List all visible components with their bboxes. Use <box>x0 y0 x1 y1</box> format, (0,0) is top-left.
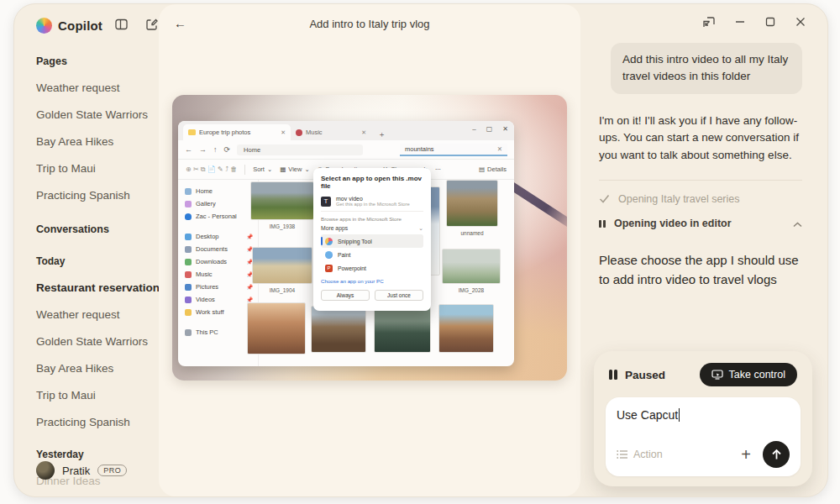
pro-badge: PRO <box>97 465 127 476</box>
app-option-snipping-tool[interactable]: Snipping Tool <box>321 234 423 248</box>
pages-header: Pages <box>36 55 159 67</box>
conversations-header: Conversations <box>36 223 159 235</box>
app-option-powerpoint[interactable]: P Powerpoint <box>321 261 423 275</box>
explorer-item-gallery[interactable]: Gallery <box>185 197 258 210</box>
chat-panel: Add this intro video to all my Italy tra… <box>580 4 827 496</box>
sidebar-item-weather-request[interactable]: Weather request <box>36 81 159 94</box>
sidebar-item-practicing-spanish[interactable]: Practicing Spanish <box>36 189 159 202</box>
nav-forward-icon[interactable]: → <box>199 145 207 154</box>
step-opening-italy-travel-series: Opening Italy travel series <box>599 192 802 207</box>
paused-status-row: Paused Take control <box>606 363 801 386</box>
sidebar-item-golden-state-warriors-2[interactable]: Golden State Warriors <box>36 335 159 348</box>
photo-thumbnail[interactable] <box>252 247 312 284</box>
paused-label: Paused <box>625 369 665 381</box>
choose-app-on-pc-link[interactable]: Choose an app on your PC <box>321 278 423 284</box>
browse-store-link[interactable]: Browse apps in the Microsoft Store <box>321 216 423 222</box>
nav-refresh-icon[interactable]: ⟳ <box>224 145 231 154</box>
nav-back-icon[interactable]: ← <box>185 145 192 154</box>
explorer-item-desktop[interactable]: Desktop📌 <box>185 230 258 243</box>
explorer-nav-bar: ← → ↑ ⟳ Home mountains ✕ <box>178 140 514 160</box>
input-text: Use Capcut <box>617 408 678 422</box>
explorer-tab-bar: Europe trip photos ✕ Music ✕ ＋ – ▢ ✕ <box>178 121 514 140</box>
pause-icon <box>599 220 606 228</box>
explorer-item-pictures[interactable]: Pictures📌 <box>185 281 258 293</box>
photo-thumbnail[interactable] <box>374 306 431 353</box>
mov-video-app-icon: T <box>321 197 331 207</box>
just-once-button[interactable]: Just once <box>375 290 423 301</box>
avatar <box>36 461 55 480</box>
user-message-bubble: Add this intro video to all my Italy tra… <box>611 43 802 94</box>
explorer-item-onedrive[interactable]: Zac - Personal <box>185 210 258 223</box>
app-name: Copilot <box>58 18 102 33</box>
photo-thumbnail[interactable] <box>442 249 501 284</box>
explorer-tab-music[interactable]: Music ✕ <box>291 124 371 140</box>
address-bar[interactable]: Home <box>237 144 363 155</box>
action-menu-button[interactable]: Action <box>617 449 663 460</box>
dialog-title: Select an app to open this .mov file <box>321 175 423 190</box>
pause-icon <box>609 370 617 380</box>
new-tab-icon[interactable]: ＋ <box>378 129 386 140</box>
desktop-screenshot[interactable]: Europe trip photos ✕ Music ✕ ＋ – ▢ ✕ <box>172 95 567 381</box>
clear-search-icon[interactable]: ✕ <box>497 145 502 153</box>
sidebar-toggle-icon[interactable] <box>115 18 128 30</box>
assistant-question: Please choose the app I should use to ad… <box>599 251 802 289</box>
sort-button[interactable]: Sort ⌄ <box>253 165 272 173</box>
tab-close-icon[interactable]: ✕ <box>281 129 286 136</box>
explorer-minimize-icon[interactable]: – <box>472 125 475 133</box>
explorer-maximize-icon[interactable]: ▢ <box>486 125 493 133</box>
text-caret <box>679 408 680 422</box>
main-panel: ← Add intro to Italy trip vlog Europe tr… <box>159 4 580 496</box>
user-profile[interactable]: Pratik PRO <box>36 461 127 480</box>
attach-plus-button[interactable]: + <box>741 446 751 463</box>
chevron-up-icon[interactable] <box>793 216 802 231</box>
send-button[interactable] <box>763 441 790 468</box>
photo-thumbnail[interactable] <box>247 302 306 354</box>
page-title: Add intro to Italy trip vlog <box>159 18 580 30</box>
sidebar-item-weather-request-2[interactable]: Weather request <box>36 308 159 321</box>
photo-thumbnail[interactable] <box>446 180 498 227</box>
user-name: Pratik <box>62 465 90 477</box>
more-toolbar-icon[interactable]: ⋯ <box>435 165 442 173</box>
message-input[interactable]: Use Capcut Action + <box>606 397 801 476</box>
file-action-icons[interactable]: ⊕ ✂ ⧉ 📄 ✎ ⤴ 🗑 <box>186 165 237 174</box>
sidebar-item-golden-state-warriors[interactable]: Golden State Warriors <box>36 108 159 121</box>
details-button[interactable]: ▤ Details <box>479 165 507 173</box>
more-apps-toggle[interactable]: More apps ⌄ <box>321 225 423 232</box>
assistant-message: I'm on it! I'll ask you if I have any fo… <box>599 113 802 165</box>
copilot-logo-icon <box>36 18 52 34</box>
explorer-item-documents[interactable]: Documents📌 <box>185 243 258 255</box>
photo-thumbnail[interactable] <box>311 306 366 353</box>
copilot-app-window: Copilot Pages Weather request Golden Sta… <box>13 3 828 497</box>
sidebar-item-restaurant-reservation[interactable]: Restaurant reservation <box>36 281 159 294</box>
yesterday-header: Yesterday <box>36 449 159 460</box>
today-header: Today <box>36 255 159 267</box>
photo-thumbnail[interactable] <box>438 304 494 353</box>
paint-icon <box>325 251 333 259</box>
view-button[interactable]: ▦ View ⌄ <box>280 165 310 173</box>
new-chat-icon[interactable] <box>146 18 158 30</box>
sidebar-item-trip-to-maui-2[interactable]: Trip to Maui <box>36 389 159 402</box>
sidebar-item-bay-area-hikes[interactable]: Bay Area Hikes <box>36 135 159 148</box>
explorer-item-downloads[interactable]: Downloads📌 <box>185 255 258 268</box>
sidebar-item-practicing-spanish-2[interactable]: Practicing Spanish <box>36 416 159 428</box>
photo-thumbnail[interactable] <box>250 181 314 220</box>
suggested-app-row[interactable]: T mov video Get this app in the Microsof… <box>321 196 423 207</box>
powerpoint-icon: P <box>325 265 333 272</box>
take-control-button[interactable]: Take control <box>700 363 797 386</box>
file-explorer-window: Europe trip photos ✕ Music ✕ ＋ – ▢ ✕ <box>178 121 514 366</box>
app-option-paint[interactable]: Paint <box>321 248 423 261</box>
music-app-icon <box>296 129 302 136</box>
explorer-tab-europe-trip-photos[interactable]: Europe trip photos ✕ <box>183 124 291 140</box>
paused-input-card: Paused Take control Use Capcut Action + <box>594 351 812 486</box>
explorer-item-home[interactable]: Home <box>185 185 258 197</box>
check-icon <box>599 192 610 207</box>
sidebar-item-bay-area-hikes-2[interactable]: Bay Area Hikes <box>36 362 159 375</box>
explorer-search-input[interactable]: mountains ✕ <box>400 144 507 156</box>
always-button[interactable]: Always <box>321 290 370 301</box>
explorer-item-music[interactable]: Music📌 <box>185 268 258 281</box>
step-opening-video-in-editor[interactable]: Opening video in editor <box>599 216 802 231</box>
explorer-close-icon[interactable]: ✕ <box>502 125 508 133</box>
nav-up-icon[interactable]: ↑ <box>213 145 218 154</box>
sidebar-item-trip-to-maui[interactable]: Trip to Maui <box>36 162 159 175</box>
tab-close-icon[interactable]: ✕ <box>361 129 366 136</box>
